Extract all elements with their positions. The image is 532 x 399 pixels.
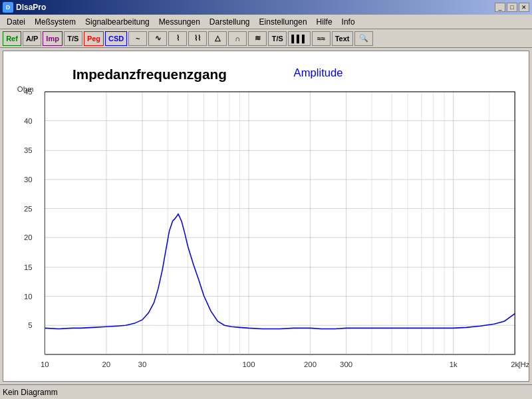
menu-item-mesystem[interactable]: Meßsystem: [31, 16, 80, 28]
toolbar-btn-12[interactable]: ≋: [248, 31, 267, 46]
close-button[interactable]: ✕: [519, 3, 529, 12]
toolbar-btn-3[interactable]: T/S: [64, 31, 82, 46]
x-tick-100: 100: [242, 360, 255, 368]
toolbar-btn-16[interactable]: Text: [332, 31, 353, 46]
toolbar: RefA/PImpT/SPegCSD~∿⌇⌇⌇△∩≋T/S▌▌▌≈≈Text🔍: [0, 29, 532, 48]
chart-svg: Impedanzfrequenzgang Amplitude Ohm 5 10 …: [3, 51, 529, 381]
menu-item-signalbearbeitung[interactable]: Signalbearbeitung: [81, 16, 154, 28]
y-tick-40: 40: [24, 117, 33, 125]
x-tick-30: 30: [138, 360, 147, 368]
app-icon: D: [3, 2, 13, 13]
chart-subtitle: Amplitude: [294, 66, 343, 79]
y-tick-10: 10: [24, 293, 33, 301]
y-tick-35: 35: [24, 146, 33, 154]
menu-item-messungen[interactable]: Messungen: [155, 16, 204, 28]
titlebar: D DlsaPro _ □ ✕: [0, 0, 532, 15]
toolbar-btn-4[interactable]: Peg: [84, 31, 104, 46]
y-tick-45: 45: [24, 88, 33, 96]
toolbar-btn-10[interactable]: △: [208, 31, 227, 46]
minimize-button[interactable]: _: [495, 3, 505, 12]
toolbar-btn-1[interactable]: A/P: [23, 31, 41, 46]
toolbar-btn-8[interactable]: ⌇: [168, 31, 187, 46]
toolbar-btn-2[interactable]: Imp: [43, 31, 63, 46]
main-content: Impedanzfrequenzgang Amplitude Ohm 5 10 …: [0, 48, 532, 384]
maximize-button[interactable]: □: [507, 3, 517, 12]
x-axis-unit: [Hz]: [518, 360, 529, 368]
app-title: DlsaPro: [16, 3, 46, 12]
titlebar-controls[interactable]: _ □ ✕: [495, 3, 529, 12]
x-tick-20: 20: [102, 360, 111, 368]
y-tick-30: 30: [24, 176, 33, 184]
y-tick-25: 25: [24, 205, 33, 213]
x-tick-1k: 1k: [450, 360, 458, 368]
chart-title: Impedanzfrequenzgang: [72, 66, 227, 82]
toolbar-btn-17[interactable]: 🔍: [354, 31, 373, 46]
statusbar: Kein Diagramm: [0, 384, 532, 399]
menu-item-einstellungen[interactable]: Einstellungen: [255, 16, 311, 28]
y-tick-5: 5: [28, 321, 32, 329]
toolbar-btn-15[interactable]: ≈≈: [312, 31, 331, 46]
toolbar-btn-11[interactable]: ∩: [228, 31, 247, 46]
titlebar-left: D DlsaPro: [3, 2, 46, 13]
menu-item-datei[interactable]: Datei: [3, 16, 29, 28]
x-tick-10: 10: [41, 360, 49, 368]
y-tick-15: 15: [24, 263, 33, 271]
status-text: Kein Diagramm: [3, 388, 58, 397]
toolbar-btn-7[interactable]: ∿: [148, 31, 167, 46]
toolbar-btn-0[interactable]: Ref: [3, 31, 21, 46]
menubar: DateiMeßsystemSignalbearbeitungMessungen…: [0, 15, 532, 29]
x-tick-200: 200: [304, 360, 317, 368]
y-tick-20: 20: [24, 233, 33, 241]
toolbar-btn-13[interactable]: T/S: [268, 31, 287, 46]
toolbar-btn-5[interactable]: CSD: [105, 31, 127, 46]
chart-container: Impedanzfrequenzgang Amplitude Ohm 5 10 …: [3, 51, 529, 382]
toolbar-btn-6[interactable]: ~: [128, 31, 147, 46]
menu-item-info[interactable]: Info: [338, 16, 359, 28]
toolbar-btn-9[interactable]: ⌇⌇: [188, 31, 207, 46]
menu-item-darstellung[interactable]: Darstellung: [205, 16, 254, 28]
toolbar-btn-14[interactable]: ▌▌▌: [288, 31, 310, 46]
x-tick-300: 300: [340, 360, 352, 368]
menu-item-hilfe[interactable]: Hilfe: [313, 16, 336, 28]
